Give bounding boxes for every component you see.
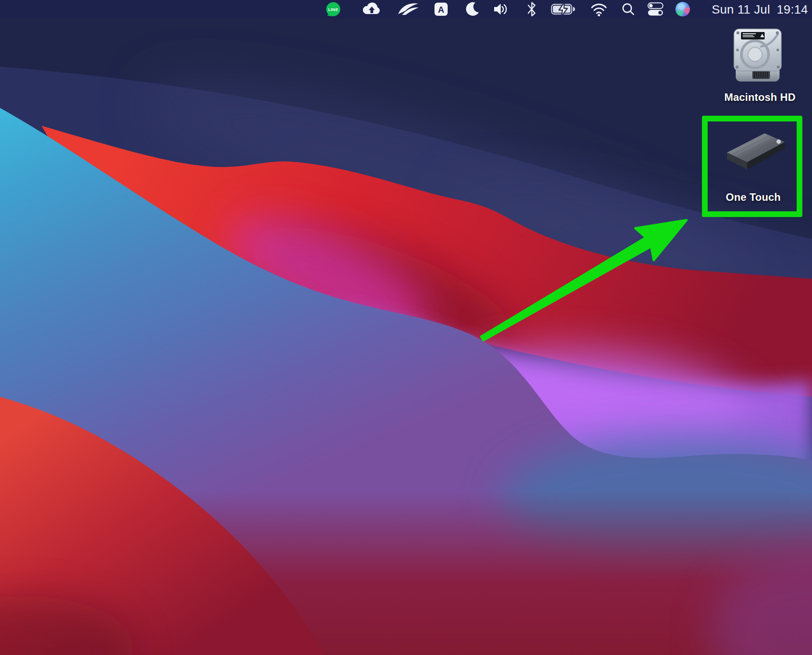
spotlight-search-icon[interactable] xyxy=(623,4,634,14)
wifi-icon[interactable] xyxy=(592,4,606,16)
line-badge-text: LINE xyxy=(328,7,338,12)
input-source-icon[interactable]: A xyxy=(434,3,448,16)
cloud-upload-icon[interactable] xyxy=(363,3,380,14)
clock-date: Sun 11 Jul xyxy=(712,3,770,17)
control-center-icon[interactable] xyxy=(648,3,663,16)
line-app-icon[interactable]: LINE xyxy=(326,2,340,17)
desktop-icon-label: Macintosh HD xyxy=(724,91,791,103)
internal-drive-icon xyxy=(724,25,791,83)
wallpaper-big-sur xyxy=(0,0,812,655)
menu-bar-clock[interactable]: Sun 11 Jul 19:14 xyxy=(712,0,808,19)
bluetooth-icon[interactable] xyxy=(528,3,535,16)
siri-icon[interactable] xyxy=(676,2,691,18)
feather-icon[interactable] xyxy=(398,3,419,15)
battery-charging-icon[interactable] xyxy=(552,2,575,17)
volume-icon[interactable] xyxy=(494,4,506,15)
clock-time: 19:14 xyxy=(776,3,808,17)
input-source-letter: A xyxy=(438,5,444,14)
green-highlight-box xyxy=(702,116,802,217)
do-not-disturb-moon-icon[interactable] xyxy=(466,2,479,16)
desktop-icon-macintosh-hd[interactable]: Macintosh HD xyxy=(724,25,791,103)
macos-desktop: LINE A xyxy=(0,0,812,655)
menu-bar: LINE A xyxy=(0,0,812,19)
